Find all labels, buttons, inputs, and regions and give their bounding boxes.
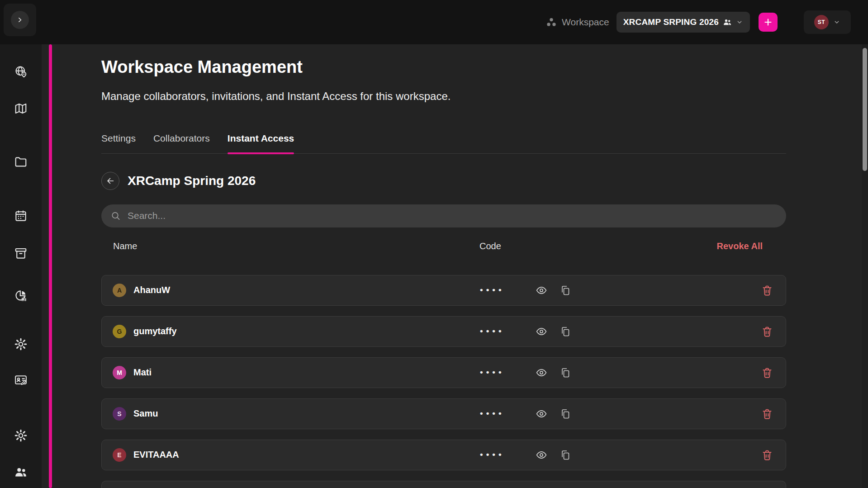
revoke-row-button[interactable] xyxy=(761,449,773,461)
window-scrollbar-thumb[interactable] xyxy=(863,48,867,171)
chevron-down-icon xyxy=(736,19,743,26)
sidebar-item-members[interactable] xyxy=(14,465,28,479)
row-name: EVITAAAA xyxy=(133,450,179,460)
globe-pin-icon xyxy=(14,65,28,78)
sidebar-item-settings[interactable] xyxy=(14,337,28,351)
search-bar xyxy=(101,204,786,227)
copy-code-button[interactable] xyxy=(560,367,571,378)
workspace-label-group: Workspace xyxy=(545,16,609,28)
page-subtitle: Manage collaborators, invitations, and I… xyxy=(101,90,786,103)
tab-instant-access[interactable]: Instant Access xyxy=(228,133,294,153)
copy-code-button[interactable] xyxy=(560,450,571,460)
reveal-code-button[interactable] xyxy=(536,284,547,296)
table-row: S Samu •••• xyxy=(101,398,786,429)
gear-icon xyxy=(14,337,28,351)
revoke-row-button[interactable] xyxy=(761,284,773,297)
people-icon xyxy=(14,465,28,479)
reveal-code-button[interactable] xyxy=(536,408,547,420)
sidebar-scrollbar[interactable] xyxy=(49,44,52,488)
row-name: AhanuW xyxy=(133,285,170,295)
avatar: M xyxy=(113,366,126,379)
tab-settings[interactable]: Settings xyxy=(101,133,136,153)
calendar-icon xyxy=(14,209,28,223)
row-name: Samu xyxy=(133,408,158,419)
tab-bar: Settings Collaborators Instant Access xyxy=(101,133,786,154)
row-name: Mati xyxy=(133,367,152,378)
table-row: M Mati •••• xyxy=(101,357,786,388)
section-heading: XRCamp Spring 2026 xyxy=(128,174,256,188)
copy-code-button[interactable] xyxy=(560,408,571,419)
gear-icon xyxy=(14,429,28,442)
revoke-row-button[interactable] xyxy=(761,366,773,379)
app-window: Workspace XRCAMP SRPING 2026 ST xyxy=(0,0,868,488)
topbar: Workspace XRCAMP SRPING 2026 ST xyxy=(0,0,868,44)
back-button[interactable] xyxy=(101,172,119,190)
sidebar-item-archive[interactable] xyxy=(14,246,28,261)
chevron-right-icon xyxy=(15,15,24,24)
table-header: Name Code Revoke All xyxy=(101,241,786,254)
main-content: Workspace Management Manage collaborator… xyxy=(42,44,868,488)
table-row: E EVITAAAA •••• xyxy=(101,440,786,470)
add-button[interactable] xyxy=(759,13,778,32)
table-row-partial xyxy=(101,481,786,488)
user-avatar: ST xyxy=(814,15,829,29)
sidebar-item-projects[interactable] xyxy=(14,155,28,169)
page-title: Workspace Management xyxy=(101,57,786,78)
sidebar-item-analytics[interactable] xyxy=(14,289,28,303)
row-name: gumytaffy xyxy=(133,326,177,336)
sidebar-toggle-tile xyxy=(4,4,36,36)
workspace-selector-label: XRCAMP SRPING 2026 xyxy=(623,17,719,27)
card-edit-icon xyxy=(14,373,28,387)
sidebar-expand-button[interactable] xyxy=(11,11,29,29)
sidebar-item-maps[interactable] xyxy=(14,101,28,116)
revoke-row-button[interactable] xyxy=(761,407,773,420)
revoke-all-button[interactable]: Revoke All xyxy=(716,239,763,253)
column-header-name: Name xyxy=(113,241,137,251)
search-input[interactable] xyxy=(101,204,786,227)
user-menu[interactable]: ST xyxy=(804,10,851,34)
plus-icon xyxy=(763,17,773,28)
search-icon xyxy=(110,211,121,221)
people-icon xyxy=(723,18,732,27)
reveal-code-button[interactable] xyxy=(536,326,547,337)
window-scrollbar-track[interactable] xyxy=(862,44,868,488)
reveal-code-button[interactable] xyxy=(536,367,547,379)
sidebar-item-card-editor[interactable] xyxy=(14,373,28,387)
reveal-code-button[interactable] xyxy=(536,449,547,461)
content-container: Workspace Management Manage collaborator… xyxy=(101,44,786,488)
workspace-label: Workspace xyxy=(562,17,609,28)
masked-code: •••• xyxy=(480,450,505,460)
avatar: A xyxy=(113,284,126,297)
folder-icon xyxy=(14,155,28,169)
copy-code-button[interactable] xyxy=(560,285,571,296)
avatar: S xyxy=(113,407,126,421)
tab-collaborators[interactable]: Collaborators xyxy=(153,133,210,153)
masked-code: •••• xyxy=(480,326,505,336)
table-row: A AhanuW •••• xyxy=(101,275,786,306)
archive-icon xyxy=(14,246,28,260)
column-header-code: Code xyxy=(479,241,501,251)
masked-code: •••• xyxy=(480,285,505,295)
table-row: G gumytaffy •••• xyxy=(101,316,786,347)
section-header: XRCamp Spring 2026 xyxy=(101,172,786,190)
map-icon xyxy=(14,102,28,115)
sidebar-item-calendar[interactable] xyxy=(14,208,28,223)
sidebar-item-discover[interactable] xyxy=(14,64,28,79)
topbar-right: Workspace XRCAMP SRPING 2026 ST xyxy=(545,10,868,34)
avatar: G xyxy=(113,325,126,338)
copy-code-button[interactable] xyxy=(560,326,571,337)
arrow-left-icon xyxy=(105,176,115,186)
revoke-row-button[interactable] xyxy=(761,325,773,338)
analytics-icon xyxy=(14,289,28,303)
workspace-cluster-icon xyxy=(545,16,557,28)
avatar: E xyxy=(113,448,126,462)
workspace-selector-dropdown[interactable]: XRCAMP SRPING 2026 xyxy=(617,12,750,33)
masked-code: •••• xyxy=(480,408,505,418)
masked-code: •••• xyxy=(480,367,505,377)
access-list: A AhanuW •••• G gumytaffy xyxy=(101,275,786,488)
sidebar xyxy=(0,44,42,488)
sidebar-item-preferences[interactable] xyxy=(14,428,28,443)
chevron-down-icon xyxy=(833,19,840,26)
